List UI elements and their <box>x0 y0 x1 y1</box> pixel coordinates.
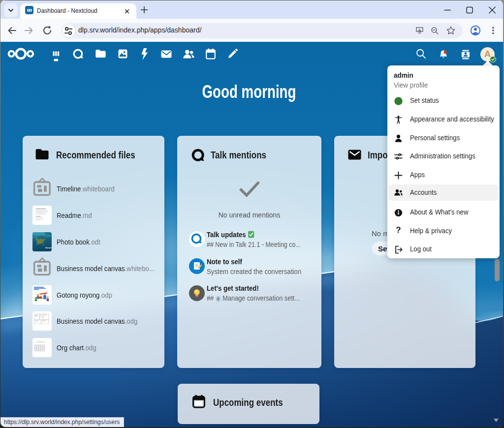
svg-text:Seaside: Seaside <box>45 246 52 249</box>
